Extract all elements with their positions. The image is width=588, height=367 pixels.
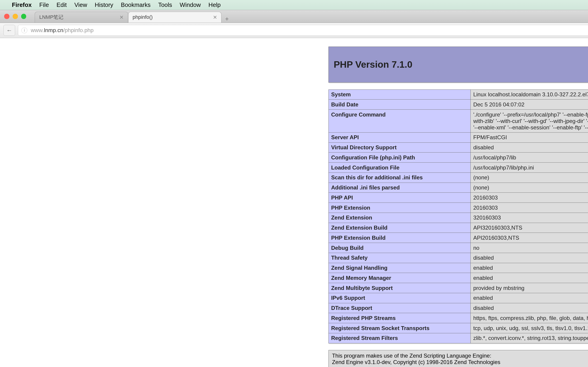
info-key: IPv6 Support: [329, 293, 471, 303]
info-key: Virtual Directory Support: [329, 142, 471, 152]
info-value: disabled: [471, 253, 588, 263]
navigation-toolbar: ← i www.lnmp.cn/phpinfo.php ⟳ 🔍 Google <…: [0, 23, 588, 38]
back-button[interactable]: ←: [3, 25, 15, 36]
info-key: Zend Signal Handling: [329, 263, 471, 273]
info-key: Loaded Configuration File: [329, 163, 471, 173]
info-key: Debug Build: [329, 243, 471, 253]
tab-phpinfo[interactable]: phpinfo() ✕: [128, 12, 221, 23]
info-key: Zend Memory Manager: [329, 273, 471, 283]
table-row: Registered Stream Filterszlib.*, convert…: [329, 333, 588, 343]
close-tab-icon[interactable]: ✕: [120, 14, 124, 20]
info-key: PHP API: [329, 193, 471, 203]
info-value: (none): [471, 173, 588, 183]
table-row: Zend Signal Handlingenabled: [329, 263, 588, 273]
zend-line2: Zend Engine v3.1.0-dev, Copyright (c) 19…: [332, 359, 500, 365]
table-row: Configure Command'./configure' '--prefix…: [329, 110, 588, 133]
info-key: Configuration File (php.ini) Path: [329, 152, 471, 163]
url-domain: lnmp.cn: [44, 27, 63, 33]
table-row: Registered Stream Socket Transportstcp, …: [329, 323, 588, 333]
menu-file[interactable]: File: [39, 2, 49, 8]
info-key: Thread Safety: [329, 253, 471, 263]
table-row: Virtual Directory Supportdisabled: [329, 142, 588, 152]
info-key: Zend Multibyte Support: [329, 283, 471, 293]
tab-label: LNMP笔记: [39, 14, 64, 21]
table-row: IPv6 Supportenabled: [329, 293, 588, 303]
site-info-icon[interactable]: i: [21, 27, 27, 33]
info-key: Registered Stream Socket Transports: [329, 323, 471, 333]
table-row: Configuration File (php.ini) Path/usr/lo…: [329, 152, 588, 163]
table-row: Zend Memory Managerenabled: [329, 273, 588, 283]
tab-strip: LNMP笔记 ✕ phpinfo() ✕ ＋: [35, 10, 230, 23]
info-value: enabled: [471, 293, 588, 303]
info-value: https, ftps, compress.zlib, php, file, g…: [471, 313, 588, 323]
menu-view[interactable]: View: [74, 2, 87, 8]
table-row: Additional .ini files parsed(none): [329, 183, 588, 193]
address-bar[interactable]: i www.lnmp.cn/phpinfo.php: [18, 25, 588, 36]
table-row: Build DateDec 5 2016 04:07:02: [329, 100, 588, 110]
info-value: enabled: [471, 273, 588, 283]
close-tab-icon[interactable]: ✕: [213, 14, 217, 20]
menu-help[interactable]: Help: [208, 2, 221, 8]
table-row: SystemLinux localhost.localdomain 3.10.0…: [329, 90, 588, 100]
table-row: Thread Safetydisabled: [329, 253, 588, 263]
info-value: API20160303,NTS: [471, 233, 588, 243]
table-row: Zend Extension BuildAPI320160303,NTS: [329, 223, 588, 233]
window-close-button[interactable]: [4, 14, 9, 19]
table-row: Debug Buildno: [329, 243, 588, 253]
info-key: Build Date: [329, 100, 471, 110]
info-value: (none): [471, 183, 588, 193]
table-row: Scan this dir for additional .ini files(…: [329, 173, 588, 183]
table-row: PHP API20160303: [329, 193, 588, 203]
info-key: Configure Command: [329, 110, 471, 133]
info-key: PHP Extension: [329, 203, 471, 213]
tab-lnmp[interactable]: LNMP笔记 ✕: [35, 12, 128, 23]
info-key: Scan this dir for additional .ini files: [329, 173, 471, 183]
menu-edit[interactable]: Edit: [57, 2, 67, 8]
info-key: System: [329, 90, 471, 100]
window-maximize-button[interactable]: [21, 14, 26, 19]
macos-menubar: Firefox File Edit View History Bookmarks…: [0, 0, 588, 10]
zend-line1: This program makes use of the Zend Scrip…: [332, 352, 500, 359]
page-viewport[interactable]: PHP Version 7.1.0 php SystemLinux localh…: [0, 38, 588, 367]
phpinfo-table: SystemLinux localhost.localdomain 3.10.0…: [329, 90, 588, 343]
table-row: Loaded Configuration File/usr/local/php7…: [329, 163, 588, 173]
menu-tools[interactable]: Tools: [158, 2, 172, 8]
info-key: DTrace Support: [329, 303, 471, 313]
info-key: Zend Extension: [329, 213, 471, 223]
menu-window[interactable]: Window: [180, 2, 201, 8]
php-version-title: PHP Version 7.1.0: [334, 59, 413, 70]
phpinfo-page: PHP Version 7.1.0 php SystemLinux localh…: [329, 47, 588, 367]
info-value: provided by mbstring: [471, 283, 588, 293]
info-value: Dec 5 2016 04:07:02: [471, 100, 588, 110]
info-key: Registered Stream Filters: [329, 333, 471, 343]
info-key: Additional .ini files parsed: [329, 183, 471, 193]
menu-bookmarks[interactable]: Bookmarks: [121, 2, 150, 8]
phpinfo-header: PHP Version 7.1.0 php: [329, 47, 588, 83]
table-row: PHP Extension20160303: [329, 203, 588, 213]
zend-box: This program makes use of the Zend Scrip…: [329, 350, 588, 367]
info-value: enabled: [471, 263, 588, 273]
info-value: './configure' '--prefix=/usr/local/php7'…: [471, 110, 588, 133]
table-row: Zend Extension320160303: [329, 213, 588, 223]
info-value: tcp, udp, unix, udg, ssl, sslv3, tls, tl…: [471, 323, 588, 333]
window-minimize-button[interactable]: [13, 14, 18, 19]
url-path: /phpinfo.php: [63, 27, 94, 33]
table-row: Registered PHP Streamshttps, ftps, compr…: [329, 313, 588, 323]
new-tab-button[interactable]: ＋: [224, 15, 230, 23]
tab-label: phpinfo(): [132, 14, 153, 20]
info-value: /usr/local/php7/lib/php.ini: [471, 163, 588, 173]
url-prefix: www.: [31, 27, 44, 33]
info-value: FPM/FastCGI: [471, 132, 588, 142]
info-key: Zend Extension Build: [329, 223, 471, 233]
info-value: 20160303: [471, 193, 588, 203]
info-value: API320160303,NTS: [471, 223, 588, 233]
table-row: Server APIFPM/FastCGI: [329, 132, 588, 142]
info-value: 20160303: [471, 203, 588, 213]
app-name[interactable]: Firefox: [12, 2, 32, 8]
menu-history[interactable]: History: [95, 2, 113, 8]
info-value: disabled: [471, 142, 588, 152]
info-value: no: [471, 243, 588, 253]
zend-text: This program makes use of the Zend Scrip…: [332, 352, 500, 365]
info-key: PHP Extension Build: [329, 233, 471, 243]
info-value: disabled: [471, 303, 588, 313]
